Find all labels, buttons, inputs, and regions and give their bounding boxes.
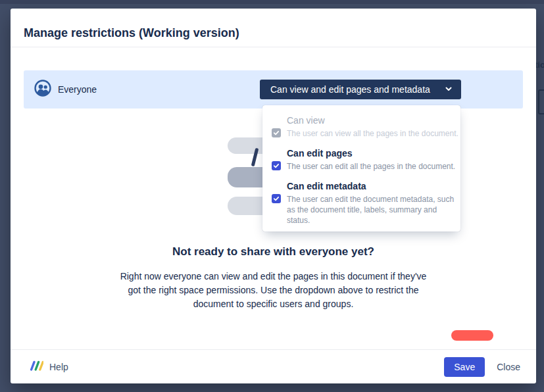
menu-option-description: The user can edit the document metadata,… bbox=[287, 194, 460, 226]
principal-name: Everyone bbox=[58, 84, 97, 95]
checkbox-checked[interactable] bbox=[272, 128, 281, 137]
save-button[interactable]: Save bbox=[444, 357, 485, 377]
checkbox-cell bbox=[272, 180, 281, 226]
dialog-header: Manage restrictions (Working version) bbox=[11, 9, 536, 47]
close-button[interactable]: Close bbox=[497, 362, 520, 372]
empty-state-heading: Not ready to share with everyone yet? bbox=[11, 245, 536, 258]
menu-option-can-edit-pages[interactable]: Can edit pages The user can edit all the… bbox=[262, 147, 460, 172]
checkmark-icon bbox=[273, 195, 280, 202]
permission-dropdown-button[interactable]: Can view and edit pages and metadata bbox=[260, 80, 461, 99]
illustration-toggle-knob bbox=[451, 330, 493, 341]
dialog-title: Manage restrictions (Working version) bbox=[24, 26, 239, 39]
checkmark-icon bbox=[273, 162, 280, 169]
menu-option-can-edit-metadata[interactable]: Can edit metadata The user can edit the … bbox=[262, 180, 460, 226]
menu-option-text: Can edit metadata The user can edit the … bbox=[287, 180, 460, 226]
menu-option-can-view[interactable]: Can view The user can view all the pages… bbox=[262, 114, 460, 139]
help-logo-icon bbox=[29, 360, 43, 374]
manage-restrictions-dialog: Manage restrictions (Working version) Ev… bbox=[11, 9, 536, 383]
menu-option-text: Can edit pages The user can edit all the… bbox=[287, 147, 460, 172]
menu-option-label: Can edit pages bbox=[287, 147, 460, 160]
menu-option-label: Can edit metadata bbox=[287, 180, 460, 193]
backdrop-top-band bbox=[0, 0, 544, 4]
dialog-footer: Help Save Close bbox=[11, 349, 536, 383]
principal-info: Everyone bbox=[34, 70, 97, 109]
dimmed-background-text: tio bbox=[535, 60, 544, 70]
help-link[interactable]: Help bbox=[29, 360, 68, 374]
checkbox-checked[interactable] bbox=[272, 161, 281, 170]
checkbox-checked[interactable] bbox=[272, 194, 281, 203]
menu-option-description: The user can view all the pages in the d… bbox=[287, 128, 460, 139]
help-label: Help bbox=[49, 362, 68, 372]
permission-options-menu: Can view The user can view all the pages… bbox=[262, 105, 460, 232]
checkbox-cell bbox=[272, 147, 281, 172]
menu-option-text: Can view The user can view all the pages… bbox=[287, 114, 460, 139]
menu-option-description: The user can edit all the pages in the d… bbox=[287, 161, 460, 172]
permission-dropdown-label: Can view and edit pages and metadata bbox=[270, 84, 430, 95]
menu-option-label: Can view bbox=[287, 114, 460, 127]
checkbox-cell bbox=[272, 114, 281, 139]
empty-state-description: Right now everyone can view and edit the… bbox=[116, 270, 432, 311]
everyone-restriction-row: Everyone Can view and edit pages and met… bbox=[24, 70, 523, 109]
footer-actions: Save Close bbox=[444, 357, 520, 377]
chevron-down-icon bbox=[444, 84, 453, 95]
people-group-icon bbox=[34, 80, 51, 99]
checkmark-icon bbox=[273, 130, 280, 136]
dimmed-background-panel bbox=[538, 89, 544, 114]
